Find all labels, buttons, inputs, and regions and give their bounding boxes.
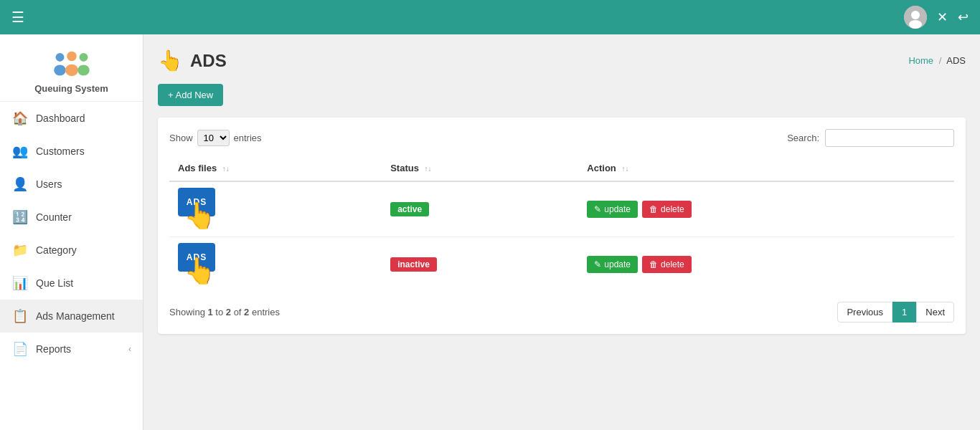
sidebar-item-label: Customers — [36, 145, 85, 157]
reports-chevron-icon: ‹ — [128, 344, 131, 354]
sidebar-item-users[interactable]: 👤 Users — [0, 168, 143, 201]
ad-thumbnail: ADS 👆 — [178, 188, 228, 231]
edit-icon: ✎ — [594, 259, 601, 269]
counter-icon: 🔢 — [11, 209, 29, 225]
ads-file-cell: ADS 👆 — [169, 237, 382, 292]
ad-hand-icon: 👆 — [184, 256, 216, 286]
action-buttons: ✎ update 🗑 delete — [587, 201, 946, 218]
sidebar-item-label: Dashboard — [36, 113, 85, 124]
sidebar-item-category[interactable]: 📁 Category — [0, 234, 143, 267]
svg-point-8 — [77, 64, 90, 75]
customers-icon: 👥 — [11, 143, 29, 159]
svg-point-2 — [909, 20, 922, 29]
page-title-icon: 👆 — [158, 49, 183, 72]
svg-point-3 — [55, 53, 64, 62]
show-label: Show — [169, 133, 193, 143]
add-new-button[interactable]: + Add New — [158, 84, 223, 106]
search-area: Search: — [787, 129, 954, 147]
update-button[interactable]: ✎ update — [587, 201, 638, 218]
sidebar-item-dashboard[interactable]: 🏠 Dashboard — [0, 102, 143, 135]
ads-file-cell: ADS 👆 — [169, 181, 382, 237]
sidebar-item-label: Category — [36, 244, 77, 256]
breadcrumb-home-link[interactable]: Home — [908, 55, 933, 66]
svg-point-5 — [67, 52, 77, 62]
que-list-icon: 📊 — [11, 275, 29, 291]
reports-icon: 📄 — [11, 341, 29, 357]
sidebar-logo-text: Queuing System — [34, 83, 108, 94]
status-cell: active — [382, 181, 578, 237]
status-badge: inactive — [390, 257, 437, 272]
svg-point-6 — [65, 64, 78, 77]
hamburger-icon[interactable]: ☰ — [11, 9, 24, 26]
pagination: Previous 1 Next — [837, 302, 954, 322]
topbar: ☰ ✕ ↩ — [0, 0, 980, 34]
table-controls: Show 10 25 50 entries Search: — [169, 129, 954, 147]
avatar[interactable] — [904, 6, 927, 29]
sort-icon-status[interactable]: ↑↓ — [425, 165, 432, 173]
sidebar-item-counter[interactable]: 🔢 Counter — [0, 201, 143, 234]
page-title: ADS — [190, 51, 227, 71]
svg-point-4 — [54, 64, 66, 75]
logo-icon — [50, 49, 93, 80]
delete-button[interactable]: 🗑 delete — [642, 201, 692, 218]
sidebar-item-label: Reports — [36, 343, 71, 355]
ad-thumbnail: ADS 👆 — [178, 243, 228, 286]
dashboard-icon: 🏠 — [11, 110, 29, 126]
main-content: 👆 ADS Home / ADS + Add New Show 10 25 5 — [143, 34, 980, 430]
close-icon[interactable]: ✕ — [937, 9, 948, 25]
svg-point-7 — [79, 53, 88, 62]
entries-label: entries — [234, 133, 262, 143]
sidebar-item-ads-management[interactable]: 📋 Ads Management — [0, 300, 143, 333]
category-icon: 📁 — [11, 242, 29, 258]
table-row: ADS 👆 active ✎ update — [169, 181, 954, 237]
delete-button[interactable]: 🗑 delete — [642, 256, 692, 273]
ad-hand-icon: 👆 — [184, 201, 216, 231]
signout-icon[interactable]: ↩ — [958, 9, 969, 25]
table-row: ADS 👆 inactive ✎ update — [169, 237, 954, 292]
sidebar-item-que-list[interactable]: 📊 Que List — [0, 267, 143, 300]
search-label: Search: — [787, 133, 819, 143]
svg-point-1 — [911, 11, 920, 19]
sidebar: Queuing System 🏠 Dashboard 👥 Customers 👤… — [0, 34, 143, 430]
show-entries: Show 10 25 50 entries — [169, 130, 262, 146]
sidebar-item-customers[interactable]: 👥 Customers — [0, 135, 143, 168]
status-badge: active — [390, 202, 429, 216]
sidebar-item-label: Users — [36, 178, 62, 190]
action-cell: ✎ update 🗑 delete — [578, 237, 954, 292]
sidebar-item-label: Counter — [36, 211, 72, 223]
sidebar-logo: Queuing System — [0, 34, 143, 102]
col-action: Action ↑↓ — [578, 156, 954, 181]
ads-table: Ads files ↑↓ Status ↑↓ Action ↑↓ — [169, 156, 954, 292]
page-1-button[interactable]: 1 — [892, 302, 916, 322]
users-icon: 👤 — [11, 176, 29, 192]
table-footer: Showing 1 to 2 of 2 entries Previous 1 N… — [169, 302, 954, 322]
edit-icon: ✎ — [594, 204, 601, 214]
status-cell: inactive — [382, 237, 578, 292]
breadcrumb-separator: / — [939, 55, 942, 66]
col-status: Status ↑↓ — [382, 156, 578, 181]
update-button[interactable]: ✎ update — [587, 256, 638, 273]
table-card: Show 10 25 50 entries Search: — [158, 118, 966, 334]
trash-icon: 🗑 — [649, 259, 658, 269]
breadcrumb: Home / ADS — [908, 55, 966, 66]
sidebar-item-label: Ads Management — [36, 310, 115, 322]
previous-button[interactable]: Previous — [837, 302, 892, 322]
sort-icon-action[interactable]: ↑↓ — [621, 165, 628, 173]
ads-management-icon: 📋 — [11, 308, 29, 324]
sort-icon-ads[interactable]: ↑↓ — [222, 165, 230, 173]
sidebar-item-reports[interactable]: 📄 Reports ‹ — [0, 333, 143, 366]
action-buttons: ✎ update 🗑 delete — [587, 256, 946, 273]
page-header: 👆 ADS Home / ADS — [158, 49, 966, 72]
trash-icon: 🗑 — [649, 204, 658, 214]
col-ads-files: Ads files ↑↓ — [169, 156, 382, 181]
entries-select[interactable]: 10 25 50 — [197, 130, 230, 146]
search-input[interactable] — [825, 129, 954, 147]
breadcrumb-current: ADS — [946, 55, 966, 66]
showing-entries-text: Showing 1 to 2 of 2 entries — [169, 307, 280, 317]
action-cell: ✎ update 🗑 delete — [578, 181, 954, 237]
sidebar-item-label: Que List — [36, 277, 73, 289]
next-button[interactable]: Next — [916, 302, 954, 322]
